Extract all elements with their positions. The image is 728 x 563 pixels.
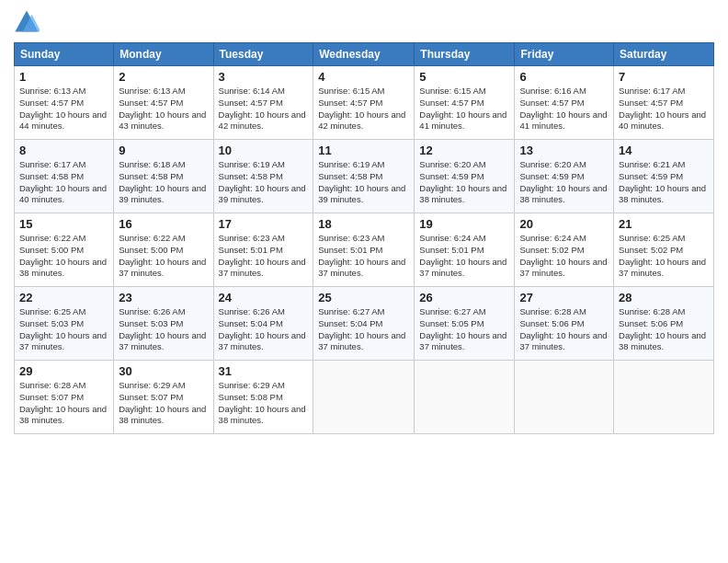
calendar-cell: 13 Sunrise: 6:20 AM Sunset: 4:59 PM Dayl… bbox=[515, 140, 614, 213]
day-number: 16 bbox=[119, 217, 208, 231]
daylight-label: Daylight: 10 hours and 41 minutes. bbox=[419, 109, 506, 132]
day-info: Sunrise: 6:18 AM Sunset: 4:58 PM Dayligh… bbox=[119, 159, 208, 206]
sunrise-label: Sunrise: 6:20 AM bbox=[419, 159, 485, 169]
calendar-cell: 11 Sunrise: 6:19 AM Sunset: 4:58 PM Dayl… bbox=[313, 140, 415, 213]
day-number: 29 bbox=[19, 364, 108, 378]
sunrise-label: Sunrise: 6:29 AM bbox=[119, 380, 185, 390]
sunset-label: Sunset: 4:58 PM bbox=[19, 171, 84, 181]
calendar-cell: 25 Sunrise: 6:27 AM Sunset: 5:04 PM Dayl… bbox=[313, 287, 415, 361]
calendar-cell: 17 Sunrise: 6:23 AM Sunset: 5:01 PM Dayl… bbox=[213, 213, 313, 287]
calendar-cell: 3 Sunrise: 6:14 AM Sunset: 4:57 PM Dayli… bbox=[213, 66, 313, 140]
day-info: Sunrise: 6:21 AM Sunset: 4:59 PM Dayligh… bbox=[619, 159, 709, 206]
sunrise-label: Sunrise: 6:21 AM bbox=[619, 159, 685, 169]
sunrise-label: Sunrise: 6:28 AM bbox=[19, 380, 85, 390]
sunset-label: Sunset: 5:05 PM bbox=[419, 318, 483, 328]
sunrise-label: Sunrise: 6:23 AM bbox=[219, 233, 285, 243]
sunrise-label: Sunrise: 6:28 AM bbox=[619, 306, 685, 316]
daylight-label: Daylight: 10 hours and 38 minutes. bbox=[419, 183, 506, 205]
day-info: Sunrise: 6:14 AM Sunset: 4:57 PM Dayligh… bbox=[219, 86, 309, 132]
day-number: 4 bbox=[318, 70, 409, 84]
sunset-label: Sunset: 4:57 PM bbox=[419, 98, 483, 108]
sunrise-label: Sunrise: 6:26 AM bbox=[219, 306, 285, 316]
day-info: Sunrise: 6:19 AM Sunset: 4:58 PM Dayligh… bbox=[219, 159, 309, 206]
day-header-sunday: Sunday bbox=[15, 43, 114, 66]
daylight-label: Daylight: 10 hours and 37 minutes. bbox=[519, 257, 607, 279]
calendar-cell: 4 Sunrise: 6:15 AM Sunset: 4:57 PM Dayli… bbox=[313, 66, 415, 140]
daylight-label: Daylight: 10 hours and 37 minutes. bbox=[19, 330, 107, 352]
day-info: Sunrise: 6:28 AM Sunset: 5:06 PM Dayligh… bbox=[619, 306, 709, 353]
sunrise-label: Sunrise: 6:24 AM bbox=[419, 233, 485, 243]
calendar-cell bbox=[415, 361, 515, 434]
daylight-label: Daylight: 10 hours and 37 minutes. bbox=[419, 330, 506, 352]
daylight-label: Daylight: 10 hours and 38 minutes. bbox=[19, 257, 107, 279]
day-info: Sunrise: 6:26 AM Sunset: 5:04 PM Dayligh… bbox=[219, 306, 309, 353]
day-number: 31 bbox=[219, 364, 309, 378]
day-header-monday: Monday bbox=[114, 43, 213, 66]
sunset-label: Sunset: 4:57 PM bbox=[19, 98, 84, 108]
sunrise-label: Sunrise: 6:25 AM bbox=[19, 306, 85, 316]
calendar-cell: 16 Sunrise: 6:22 AM Sunset: 5:00 PM Dayl… bbox=[114, 213, 213, 287]
day-info: Sunrise: 6:17 AM Sunset: 4:58 PM Dayligh… bbox=[19, 159, 108, 206]
sunset-label: Sunset: 5:01 PM bbox=[318, 245, 382, 255]
day-info: Sunrise: 6:23 AM Sunset: 5:01 PM Dayligh… bbox=[219, 233, 309, 280]
calendar-cell: 21 Sunrise: 6:25 AM Sunset: 5:02 PM Dayl… bbox=[614, 213, 714, 287]
sunrise-label: Sunrise: 6:26 AM bbox=[119, 306, 185, 316]
daylight-label: Daylight: 10 hours and 37 minutes. bbox=[119, 330, 206, 352]
daylight-label: Daylight: 10 hours and 37 minutes. bbox=[318, 330, 405, 352]
day-info: Sunrise: 6:13 AM Sunset: 4:57 PM Dayligh… bbox=[119, 86, 208, 132]
sunset-label: Sunset: 4:59 PM bbox=[619, 171, 683, 181]
sunset-label: Sunset: 5:02 PM bbox=[619, 245, 683, 255]
day-header-thursday: Thursday bbox=[415, 43, 515, 66]
calendar-cell: 18 Sunrise: 6:23 AM Sunset: 5:01 PM Dayl… bbox=[313, 213, 415, 287]
sunset-label: Sunset: 5:07 PM bbox=[19, 392, 84, 402]
daylight-label: Daylight: 10 hours and 39 minutes. bbox=[318, 183, 405, 205]
calendar-cell: 9 Sunrise: 6:18 AM Sunset: 4:58 PM Dayli… bbox=[114, 140, 213, 213]
calendar-week-row: 8 Sunrise: 6:17 AM Sunset: 4:58 PM Dayli… bbox=[15, 140, 714, 213]
daylight-label: Daylight: 10 hours and 39 minutes. bbox=[119, 183, 206, 205]
sunset-label: Sunset: 5:00 PM bbox=[119, 245, 183, 255]
day-header-wednesday: Wednesday bbox=[313, 43, 415, 66]
calendar-cell: 7 Sunrise: 6:17 AM Sunset: 4:57 PM Dayli… bbox=[614, 66, 714, 140]
sunset-label: Sunset: 4:59 PM bbox=[519, 171, 584, 181]
sunset-label: Sunset: 4:57 PM bbox=[219, 98, 283, 108]
calendar-week-row: 29 Sunrise: 6:28 AM Sunset: 5:07 PM Dayl… bbox=[15, 361, 714, 434]
calendar-week-row: 1 Sunrise: 6:13 AM Sunset: 4:57 PM Dayli… bbox=[15, 66, 714, 140]
sunrise-label: Sunrise: 6:22 AM bbox=[19, 233, 85, 243]
sunset-label: Sunset: 5:02 PM bbox=[519, 245, 584, 255]
sunset-label: Sunset: 4:58 PM bbox=[219, 171, 283, 181]
day-number: 13 bbox=[519, 144, 609, 157]
daylight-label: Daylight: 10 hours and 38 minutes. bbox=[519, 183, 607, 205]
sunrise-label: Sunrise: 6:17 AM bbox=[19, 159, 85, 169]
day-number: 25 bbox=[318, 291, 409, 304]
sunset-label: Sunset: 5:03 PM bbox=[19, 318, 84, 328]
day-info: Sunrise: 6:29 AM Sunset: 5:08 PM Dayligh… bbox=[219, 380, 309, 427]
daylight-label: Daylight: 10 hours and 37 minutes. bbox=[419, 257, 506, 279]
calendar-cell: 31 Sunrise: 6:29 AM Sunset: 5:08 PM Dayl… bbox=[213, 361, 313, 434]
calendar-cell: 24 Sunrise: 6:26 AM Sunset: 5:04 PM Dayl… bbox=[213, 287, 313, 361]
day-number: 22 bbox=[19, 291, 108, 304]
sunrise-label: Sunrise: 6:17 AM bbox=[619, 86, 685, 96]
day-number: 10 bbox=[219, 144, 309, 157]
daylight-label: Daylight: 10 hours and 39 minutes. bbox=[219, 183, 306, 205]
day-number: 27 bbox=[519, 291, 609, 304]
daylight-label: Daylight: 10 hours and 37 minutes. bbox=[119, 257, 206, 279]
calendar-week-row: 22 Sunrise: 6:25 AM Sunset: 5:03 PM Dayl… bbox=[15, 287, 714, 361]
calendar-cell: 28 Sunrise: 6:28 AM Sunset: 5:06 PM Dayl… bbox=[614, 287, 714, 361]
calendar-cell: 6 Sunrise: 6:16 AM Sunset: 4:57 PM Dayli… bbox=[515, 66, 614, 140]
daylight-label: Daylight: 10 hours and 38 minutes. bbox=[619, 183, 706, 205]
day-number: 23 bbox=[119, 291, 208, 304]
header bbox=[14, 9, 714, 35]
day-number: 20 bbox=[519, 217, 609, 231]
daylight-label: Daylight: 10 hours and 38 minutes. bbox=[219, 404, 306, 426]
day-number: 9 bbox=[119, 144, 208, 157]
daylight-label: Daylight: 10 hours and 42 minutes. bbox=[318, 109, 405, 132]
day-number: 19 bbox=[419, 217, 509, 231]
day-number: 3 bbox=[219, 70, 309, 84]
calendar-cell: 8 Sunrise: 6:17 AM Sunset: 4:58 PM Dayli… bbox=[15, 140, 114, 213]
sunset-label: Sunset: 4:57 PM bbox=[318, 98, 382, 108]
sunset-label: Sunset: 5:00 PM bbox=[19, 245, 84, 255]
sunset-label: Sunset: 5:06 PM bbox=[519, 318, 584, 328]
day-info: Sunrise: 6:19 AM Sunset: 4:58 PM Dayligh… bbox=[318, 159, 409, 206]
day-number: 26 bbox=[419, 291, 509, 304]
calendar-cell: 10 Sunrise: 6:19 AM Sunset: 4:58 PM Dayl… bbox=[213, 140, 313, 213]
